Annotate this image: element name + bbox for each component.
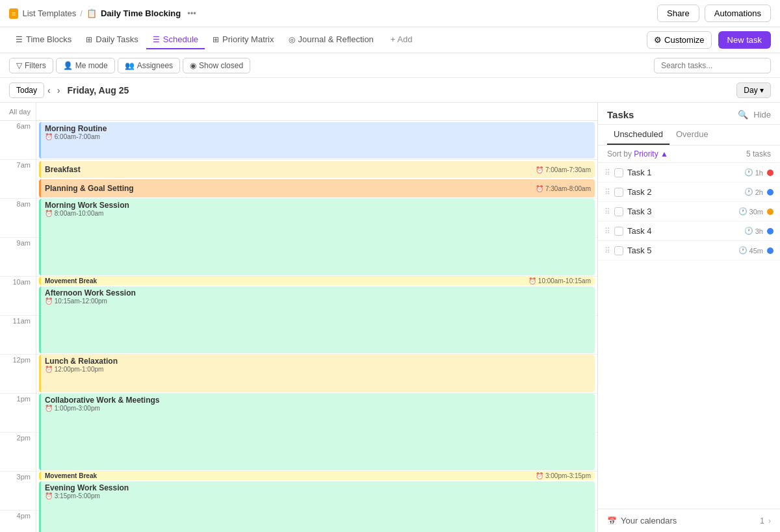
event-movement-break-1[interactable]: Movement Break ⏰ 10:00am-10:15am: [39, 277, 595, 285]
assignees-button[interactable]: 👥 Assignees: [118, 58, 180, 73]
event-planning[interactable]: Planning & Goal Setting ⏰ 7:30am-8:00am: [39, 179, 595, 197]
event-breakfast[interactable]: Breakfast ⏰ 7:00am-7:30am: [39, 161, 595, 178]
drag-handle-4[interactable]: ⠿: [604, 227, 610, 236]
calendars-chevron-icon[interactable]: ›: [768, 516, 771, 526]
breadcrumb-sep: /: [80, 8, 83, 18]
task-checkbox-2[interactable]: [614, 188, 623, 197]
add-tab-button[interactable]: + Add: [384, 31, 419, 49]
tab-overdue[interactable]: Overdue: [670, 125, 715, 145]
clock-icon-3: 🕐: [738, 207, 748, 216]
filters-button[interactable]: ▽ Filters: [9, 58, 53, 73]
drag-handle-1[interactable]: ⠿: [604, 168, 610, 177]
task-item-3[interactable]: ⠿ Task 3 🕐 30m: [598, 202, 780, 222]
customize-button[interactable]: ⚙ Customize: [647, 31, 711, 49]
time-3pm: 3pm: [0, 472, 36, 511]
today-button[interactable]: Today: [9, 82, 44, 98]
tab-journal-reflection[interactable]: ◎ Journal & Reflection: [282, 31, 380, 49]
task-panel-header: Tasks 🔍 Hide: [598, 103, 780, 125]
event-planning-time: ⏰ 7:30am-8:00am: [536, 185, 591, 192]
event-movement-break-2[interactable]: Movement Break ⏰ 3:00pm-3:15pm: [39, 472, 595, 480]
time-9am: 9am: [0, 238, 36, 277]
calendar-icon: 📅: [607, 516, 617, 526]
automations-button[interactable]: Automations: [705, 5, 771, 22]
event-breakfast-time: ⏰ 7:00am-7:30am: [536, 166, 591, 173]
tab-schedule[interactable]: ☰ Schedule: [146, 31, 205, 49]
show-closed-button[interactable]: ◉ Show closed: [183, 58, 250, 73]
me-mode-button[interactable]: 👤 Me mode: [56, 58, 115, 73]
task-hide-button[interactable]: Hide: [753, 110, 771, 120]
view-label: Day: [744, 86, 757, 95]
new-task-button[interactable]: New task: [718, 31, 771, 49]
event-evening-work-title: Evening Work Session: [45, 483, 591, 492]
daily-tasks-icon: ⊞: [86, 35, 92, 44]
drag-handle-3[interactable]: ⠿: [604, 207, 610, 216]
time-6am: 6am: [0, 121, 36, 160]
task-item-4[interactable]: ⠿ Task 4 🕐 3h: [598, 222, 780, 241]
event-morning-routine[interactable]: Morning Routine ⏰ 6:00am-7:00am: [39, 122, 595, 158]
event-lunch-time: ⏰ 12:00pm-1:00pm: [45, 366, 591, 373]
calendar-scroll[interactable]: 6am 7am 8am 9am 10am 11am 12pm 1pm 2pm 3…: [0, 121, 597, 532]
event-collaborative[interactable]: Collaborative Work & Meetings ⏰ 1:00pm-3…: [39, 394, 595, 470]
sort-by-label: Sort by Priority ▲: [607, 149, 668, 158]
task-flag-2: [767, 189, 774, 196]
tab-priority-matrix[interactable]: ⊞ Priority Matrix: [206, 31, 280, 49]
task-search-button[interactable]: 🔍: [738, 110, 748, 120]
task-item-1[interactable]: ⠿ Task 1 🕐 1h: [598, 163, 780, 183]
event-movement-break-1-title: Movement Break: [45, 277, 97, 285]
me-mode-label: Me mode: [75, 61, 108, 70]
time-blocks-icon: ☰: [16, 35, 23, 44]
task-flag-3: [767, 209, 774, 215]
prev-day-button[interactable]: ‹: [44, 84, 54, 97]
task-item-5[interactable]: ⠿ Task 5 🕐 45m: [598, 241, 780, 260]
list-icon: ≡: [9, 8, 18, 19]
breadcrumb-list-templates[interactable]: List Templates: [22, 8, 76, 18]
all-day-row: All day: [0, 103, 597, 121]
share-button[interactable]: Share: [657, 5, 699, 22]
all-day-label: All day: [0, 103, 36, 120]
event-evening-work[interactable]: Evening Work Session ⏰ 3:15pm-5:00pm: [39, 481, 595, 532]
more-button[interactable]: •••: [185, 7, 199, 19]
event-afternoon-work[interactable]: Afternoon Work Session ⏰ 10:15am-12:00pm: [39, 286, 595, 353]
event-afternoon-work-title: Afternoon Work Session: [45, 288, 591, 298]
task-checkbox-5[interactable]: [614, 246, 623, 255]
events-column[interactable]: Morning Routine ⏰ 6:00am-7:00am Breakfas…: [36, 121, 597, 532]
task-panel-title: Tasks: [607, 109, 634, 120]
task-tabs: Unscheduled Overdue: [598, 125, 780, 146]
breadcrumb: ≡ List Templates / 📋 Daily Time Blocking…: [9, 7, 199, 19]
customize-label: Customize: [664, 35, 704, 45]
sort-priority[interactable]: Priority ▲: [634, 149, 668, 158]
next-day-button[interactable]: ›: [54, 84, 64, 97]
clock-icon-1: 🕐: [744, 168, 753, 177]
tab-unscheduled[interactable]: Unscheduled: [607, 125, 670, 145]
drag-handle-5[interactable]: ⠿: [604, 246, 610, 255]
assignees-label: Assignees: [137, 61, 173, 70]
event-morning-routine-time: ⏰ 6:00am-7:00am: [45, 133, 591, 140]
view-selector[interactable]: Day ▾: [736, 82, 771, 98]
tab-time-blocks[interactable]: ☰ Time Blocks: [9, 31, 78, 49]
event-evening-work-time: ⏰ 3:15pm-5:00pm: [45, 492, 591, 500]
tab-daily-tasks[interactable]: ⊞ Daily Tasks: [79, 31, 145, 49]
customize-icon: ⚙: [654, 35, 662, 45]
task-sort-bar: Sort by Priority ▲ 5 tasks: [598, 146, 780, 163]
time-1pm: 1pm: [0, 394, 36, 433]
task-item-2[interactable]: ⠿ Task 2 🕐 2h: [598, 183, 780, 202]
clock-icon-5: 🕐: [738, 246, 748, 255]
drag-handle-2[interactable]: ⠿: [604, 188, 610, 197]
task-flag-1: [767, 170, 774, 176]
event-lunch-title: Lunch & Relaxation: [45, 357, 591, 366]
event-morning-work[interactable]: Morning Work Session ⏰ 8:00am-10:00am: [39, 199, 595, 275]
journal-icon: ◎: [289, 35, 295, 44]
event-lunch[interactable]: Lunch & Relaxation ⏰ 12:00pm-1:00pm: [39, 355, 595, 392]
add-tab-label: + Add: [391, 34, 413, 44]
task-checkbox-3[interactable]: [614, 207, 623, 216]
task-name-3: Task 3: [627, 207, 734, 216]
task-checkbox-1[interactable]: [614, 168, 623, 177]
task-checkbox-4[interactable]: [614, 227, 623, 236]
search-input[interactable]: [654, 58, 771, 73]
event-planning-title: Planning & Goal Setting: [45, 184, 134, 193]
priority-matrix-icon: ⊞: [213, 35, 219, 44]
task-duration-4: 🕐 3h: [744, 227, 763, 235]
event-afternoon-work-time: ⏰ 10:15am-12:00pm: [45, 298, 591, 305]
task-flag-5: [767, 247, 774, 254]
task-list: ⠿ Task 1 🕐 1h ⠿ Task 2 🕐 2h ⠿: [598, 163, 780, 509]
